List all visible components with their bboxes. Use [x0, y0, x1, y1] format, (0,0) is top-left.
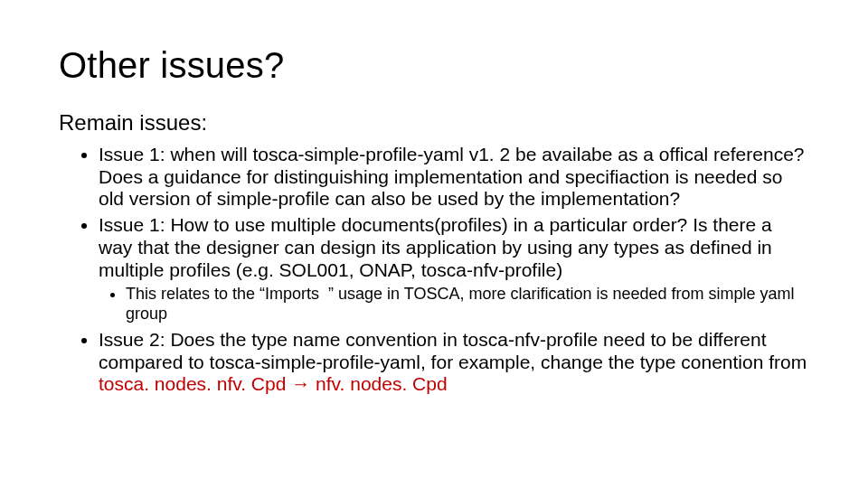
issue-item: Issue 1: when will tosca-simple-profile-…: [99, 144, 809, 211]
issue-sublist: This relates to the “Imports ” usage in …: [99, 285, 809, 323]
issue-subtext: This relates to the “Imports ” usage in …: [126, 285, 795, 322]
issue-item: Issue 2: Does the type name convention i…: [99, 329, 809, 396]
arrow-icon: →: [286, 373, 316, 394]
slide-title: Other issues?: [59, 45, 809, 85]
issue-text-lead: Issue 2: Does the type name convention i…: [99, 329, 807, 372]
issue-item: Issue 1: How to use multiple documents(p…: [99, 214, 809, 324]
issue-text: Issue 1: How to use multiple documents(p…: [99, 214, 772, 280]
code-after: nfv. nodes. Cpd: [316, 373, 448, 394]
issues-list: Issue 1: when will tosca-simple-profile-…: [59, 144, 809, 396]
remain-issues-heading: Remain issues:: [59, 110, 809, 136]
issue-subitem: This relates to the “Imports ” usage in …: [126, 285, 809, 323]
issue-text: Issue 1: when will tosca-simple-profile-…: [99, 144, 805, 210]
code-before: tosca. nodes. nfv. Cpd: [99, 373, 286, 394]
slide: Other issues? Remain issues: Issue 1: wh…: [0, 0, 868, 488]
